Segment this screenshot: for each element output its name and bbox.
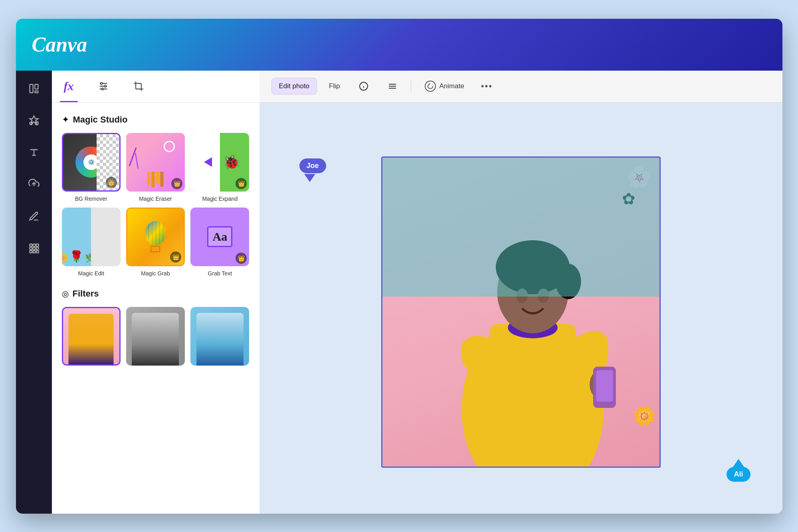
canva-logo: Canva <box>32 33 87 56</box>
app-body: fx <box>16 71 782 514</box>
joe-cursor-arrow <box>304 174 315 182</box>
tool-label-grab-text: Grab Text <box>208 270 232 277</box>
tool-grab-text[interactable]: Aa ✋ 👑 Grab Text <box>190 208 249 277</box>
tool-thumb-grab-text: Aa ✋ 👑 <box>190 208 249 266</box>
joe-cursor-label: Joe <box>299 158 326 173</box>
svg-rect-12 <box>33 250 35 253</box>
sidebar-icon-apps[interactable] <box>24 238 44 258</box>
crown-badge-bg-remover: 👑 <box>106 177 117 188</box>
sidebar-icon-draw[interactable] <box>24 206 44 226</box>
svg-rect-6 <box>33 244 35 246</box>
tool-magic-expand[interactable]: 🐞 👑 Magic Expand <box>190 133 249 202</box>
magic-star-icon: ✦ <box>62 115 69 125</box>
filter-bw[interactable] <box>126 307 185 366</box>
tool-magic-edit[interactable]: 🌼 🌹 🌿 <box>62 208 121 277</box>
tool-thumb-magic-edit: 🌼 🌹 🌿 <box>62 208 121 266</box>
more-options-button[interactable]: ••• <box>476 78 497 95</box>
menu-button[interactable] <box>380 77 404 95</box>
magic-studio-header: ✦ Magic Studio <box>62 115 249 125</box>
magic-studio-title: Magic Studio <box>73 115 128 125</box>
animate-icon <box>425 81 436 92</box>
tools-grid: ⚙️ 👑 BG Remover <box>62 133 249 277</box>
svg-point-19 <box>101 88 103 90</box>
svg-rect-13 <box>36 250 38 253</box>
canvas-toolbar: Edit photo Flip <box>259 71 782 103</box>
ali-cursor-label: Ali <box>727 467 750 482</box>
filters-title: Filters <box>73 289 99 299</box>
tool-thumb-bg-remover: ⚙️ 👑 <box>62 133 121 192</box>
tab-effects[interactable]: fx <box>60 71 78 102</box>
tool-label-bg-remover: BG Remover <box>75 196 107 202</box>
svg-rect-0 <box>30 84 33 93</box>
ali-cursor: Ali <box>727 458 750 482</box>
sidebar-icon-elements[interactable] <box>24 111 44 131</box>
crown-badge-magic-eraser: 👑 <box>171 178 182 189</box>
sidebar-icon-layout[interactable] <box>24 79 44 99</box>
sidebar-icon-uploads[interactable] <box>24 174 44 194</box>
animate-button[interactable]: Animate <box>418 77 471 96</box>
panel-content: ✦ Magic Studio ⚙️ <box>52 103 259 514</box>
filter-grid <box>62 307 249 366</box>
tool-thumb-magic-grab: 👆 👑 <box>126 208 185 266</box>
panel-tabs: fx <box>52 71 259 103</box>
svg-point-17 <box>101 83 103 85</box>
svg-rect-1 <box>35 84 38 89</box>
tool-magic-eraser[interactable]: 👑 Magic Eraser <box>126 133 185 202</box>
svg-rect-27 <box>490 324 575 452</box>
filter-original[interactable] <box>62 307 121 366</box>
svg-rect-2 <box>35 91 38 93</box>
svg-rect-8 <box>30 247 32 249</box>
svg-rect-10 <box>36 247 38 249</box>
tool-label-magic-edit: Magic Edit <box>78 270 104 277</box>
browser-header: Canva <box>16 19 782 71</box>
browser-window: Canva <box>16 19 782 514</box>
svg-rect-11 <box>30 250 32 253</box>
svg-rect-37 <box>596 370 613 401</box>
svg-rect-9 <box>33 247 35 249</box>
ali-cursor-arrow <box>733 459 744 467</box>
filters-header: ◎ Filters <box>62 289 249 299</box>
canvas-area: Joe Ali 🌸 ✿ 🌼 <box>259 103 782 514</box>
svg-rect-5 <box>30 244 32 246</box>
animate-label: Animate <box>439 82 464 90</box>
icon-sidebar <box>16 71 52 514</box>
info-button[interactable] <box>352 77 376 95</box>
main-canvas: Edit photo Flip <box>259 71 782 514</box>
tool-label-magic-grab: Magic Grab <box>141 270 170 277</box>
flip-button[interactable]: Flip <box>322 78 347 94</box>
tool-label-magic-expand: Magic Expand <box>202 196 238 202</box>
tool-magic-grab[interactable]: 👆 👑 Magic Grab <box>126 208 185 277</box>
tool-thumb-magic-expand: 🐞 👑 <box>190 133 249 192</box>
svg-rect-7 <box>36 244 38 246</box>
svg-point-18 <box>104 85 106 87</box>
tab-crop[interactable] <box>129 71 148 102</box>
edit-photo-button[interactable]: Edit photo <box>271 78 317 95</box>
tab-adjust[interactable] <box>94 71 113 102</box>
filter-vivid[interactable] <box>190 307 249 366</box>
toolbar-separator <box>411 80 411 92</box>
left-panel: fx <box>52 71 259 514</box>
filters-icon: ◎ <box>62 289 69 299</box>
tool-bg-remover[interactable]: ⚙️ 👑 BG Remover <box>62 133 121 202</box>
sidebar-icon-text[interactable] <box>24 142 44 162</box>
joe-cursor: Joe <box>299 158 326 182</box>
tool-label-magic-eraser: Magic Eraser <box>139 196 172 202</box>
photo-frame[interactable]: 🌸 ✿ 🌼 <box>381 156 661 468</box>
tool-thumb-magic-eraser: 👑 <box>126 133 185 192</box>
